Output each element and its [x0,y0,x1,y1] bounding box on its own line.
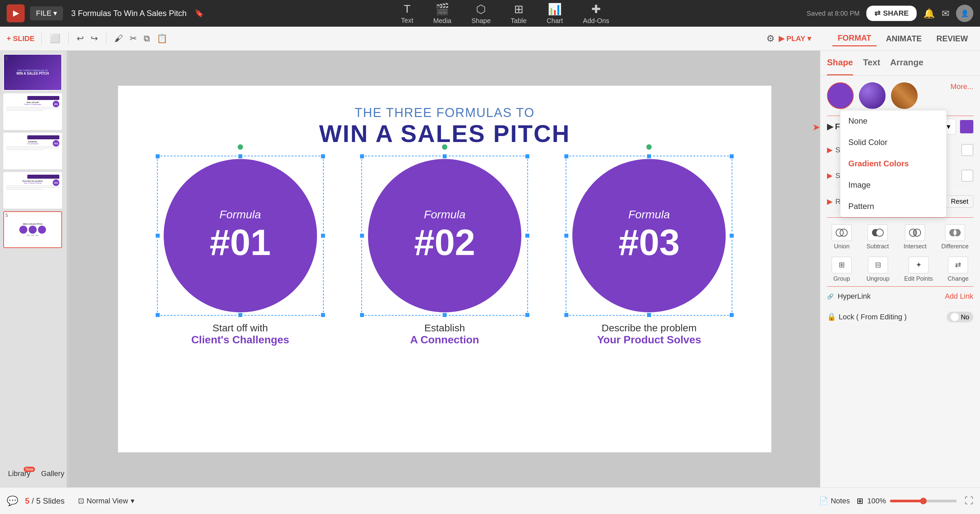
library-button[interactable]: Library New [3,466,35,481]
zoom-slider[interactable] [890,500,957,502]
copy-icon[interactable]: ⧉ [144,33,150,44]
handle-bl-1[interactable] [155,312,160,318]
handle-bm-2[interactable] [442,312,447,318]
toolbar-text[interactable]: T Text [401,2,413,24]
dropdown-item-solid[interactable]: Solid Color [840,132,947,153]
stroke-checkbox[interactable] [961,144,973,156]
handle-tr-2[interactable] [525,154,530,159]
union-op[interactable]: Union [832,224,852,250]
message-icon[interactable]: ✉ [942,8,949,19]
handle-br-2[interactable] [525,312,530,318]
undo-icon[interactable]: ↩ [77,33,84,44]
handle-bm-3[interactable] [646,312,652,318]
panel-resize-handle[interactable] [67,51,69,487]
redo-icon[interactable]: ↪ [91,33,98,44]
handle-br-3[interactable] [729,312,734,318]
shadow-checkbox[interactable] [961,170,973,181]
toolbar-shape[interactable]: ⬡ Shape [471,2,491,25]
gallery-button[interactable]: Gallery [37,466,67,481]
tab-arrange[interactable]: Arrange [890,51,924,75]
settings-icon[interactable]: ⚙ [766,33,775,44]
toolbar-addons[interactable]: ✚ Add-Ons [583,2,609,25]
handle-ml-3[interactable] [564,233,569,238]
view-mode-button[interactable]: ⊡ Normal View ▾ [78,496,134,505]
tab-review[interactable]: REVIEW [931,31,973,46]
more-colors-link[interactable]: More... [951,82,973,109]
formula-item-3[interactable]: Formula #03 Describe the problem Your Pr… [559,159,739,346]
formula-item-2[interactable]: Formula #02 Establish A Connection [355,159,535,346]
fit-icon[interactable]: ⊞ [857,496,863,506]
tab-animate[interactable]: ANIMATE [881,31,928,46]
slide-thumb-2[interactable]: 2 Start off with Client's Challenges #01 [3,93,62,130]
fullscreen-icon[interactable]: ⛶ [965,496,973,506]
dropdown-item-pattern[interactable]: Pattern [840,196,947,217]
formula-circle-1[interactable]: Formula #01 [164,159,317,312]
handle-mr-2[interactable] [525,233,530,238]
handle-tr-1[interactable] [320,154,326,159]
edit-points-op[interactable]: ✦ Edit Points [904,257,933,282]
difference-op[interactable]: Difference [941,224,969,250]
hyperlink-icon: 🔗 [827,293,834,300]
zoom-thumb[interactable] [920,498,927,504]
play-triangle-icon: ▶ [779,34,784,43]
formula-circle-3[interactable]: Formula #03 [572,159,725,312]
change-icon: ⇄ [948,257,968,273]
reset-button[interactable]: Reset [946,195,973,208]
tab-shape[interactable]: Shape [827,51,853,75]
color-swatch-wood[interactable] [891,82,918,109]
paint-format-icon[interactable]: 🖌 [115,33,123,44]
handle-tl-2[interactable] [360,154,365,159]
formula-item-1[interactable]: Formula #01 Start off with Client's Chal… [150,159,330,346]
group-op[interactable]: ⊞ Group [832,257,852,282]
fill-color-preview[interactable] [960,120,973,133]
handle-bm-1[interactable] [238,312,243,318]
canvas-area[interactable]: THE THREE FORMULAS TO WIN A SALES PITCH [69,51,820,487]
chat-icon[interactable]: 💬 [7,495,18,506]
paste-icon[interactable]: 📋 [157,33,167,44]
formula-circle-2[interactable]: Formula #02 [368,159,521,312]
subtract-op[interactable]: Subtract [866,224,889,250]
handle-tl-1[interactable] [155,154,160,159]
dropdown-item-none[interactable]: None [840,110,947,132]
slide-thumb-1[interactable]: 1 THE THREE FORMULAS TO WIN A SALES PITC… [3,54,62,91]
handle-ml-2[interactable] [360,233,365,238]
toolbar-media[interactable]: 🎬 Media [433,2,451,25]
toolbar-table[interactable]: ⊞ Table [511,2,527,25]
dropdown-item-gradient[interactable]: Gradient Colors [840,153,947,174]
intersect-op[interactable]: Intersect [904,224,927,250]
handle-tr-3[interactable] [729,154,734,159]
color-swatch-grad-purple[interactable] [859,82,886,109]
handle-ml-1[interactable] [155,233,160,238]
change-op[interactable]: ⇄ Change [948,257,969,282]
cut-icon[interactable]: ✂ [130,33,137,44]
handle-mr-1[interactable] [320,233,326,238]
ungroup-op[interactable]: ⊟ Ungroup [866,257,889,282]
notes-button[interactable]: 📄 Notes [819,496,850,505]
handle-tm-1[interactable] [238,154,243,159]
handle-bl-3[interactable] [564,312,569,318]
avatar[interactable]: 👤 [956,5,973,22]
tab-format[interactable]: FORMAT [832,31,877,46]
slide-thumb-4[interactable]: 4 Describe the problem Your Product Solv… [3,172,62,208]
handle-tl-3[interactable] [564,154,569,159]
share-button[interactable]: ⇄ SHARE [866,6,917,21]
color-swatch-purple[interactable] [827,82,854,109]
add-link-button[interactable]: Add Link [945,292,973,301]
layout-icon[interactable]: ⬜ [50,33,60,44]
add-slide-button[interactable]: + SLIDE [7,34,35,43]
handle-br-1[interactable] [320,312,326,318]
lock-toggle[interactable]: No [947,312,973,322]
play-button[interactable]: ▶ PLAY ▾ [779,34,811,43]
toolbar-chart[interactable]: 📊 Chart [547,2,563,25]
slide-main-title: WIN A SALES PITCH [118,120,772,147]
slide-thumb-5[interactable]: 5 WIN A SALES PITCH #01 #02 #03 [3,211,62,248]
handle-tm-3[interactable] [646,154,652,159]
file-menu-button[interactable]: FILE ▾ [30,6,63,20]
notification-icon[interactable]: 🔔 [923,8,935,19]
handle-bl-2[interactable] [360,312,365,318]
tab-text[interactable]: Text [863,51,880,75]
handle-mr-3[interactable] [729,233,734,238]
dropdown-item-image[interactable]: Image [840,174,947,196]
slide-thumb-3[interactable]: 3 Establish A Connection #02 [3,133,62,169]
handle-tm-2[interactable] [442,154,447,159]
